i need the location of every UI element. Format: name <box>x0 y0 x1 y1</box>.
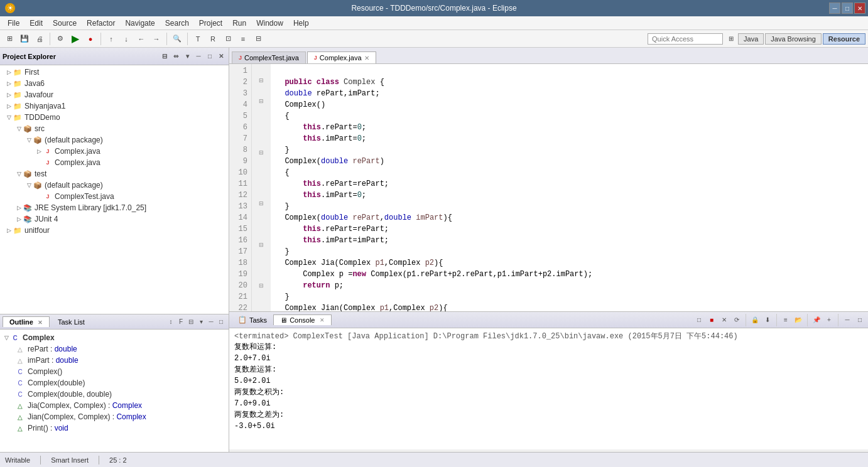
menu-run[interactable]: Run <box>227 18 251 29</box>
code-area[interactable]: public class Complex { double rePart,imP… <box>271 64 868 311</box>
tree-item-java6[interactable]: ▷ 📁 Java6 <box>0 78 229 89</box>
tree-item-first[interactable]: ▷ 📁 First <box>0 67 229 78</box>
console-scroll-end-button[interactable]: ⬇ <box>762 314 773 326</box>
tree-item-tdddemo[interactable]: ▽ 📁 TDDDemo <box>0 112 229 123</box>
console-sep-4 <box>838 314 838 326</box>
close-button[interactable]: ✕ <box>854 3 865 14</box>
forward-button[interactable]: → <box>149 32 163 46</box>
debug-config-button[interactable]: ⚙ <box>53 32 67 46</box>
menu-help[interactable]: Help <box>288 18 314 29</box>
close-tab-complex[interactable]: ✕ <box>364 55 369 62</box>
minimize-explorer-button[interactable]: ─ <box>193 51 203 62</box>
tree-item-default-pkg-src[interactable]: ▽ 📦 (default package) <box>0 134 229 146</box>
menu-window[interactable]: Window <box>251 18 288 29</box>
tool4[interactable]: ≡ <box>236 32 250 46</box>
minimize-button[interactable]: ─ <box>829 3 840 14</box>
tree-arrow-jre: ▷ <box>15 205 23 211</box>
resource-perspective-button[interactable]: Resource <box>823 33 865 45</box>
tree-item-default-pkg-test[interactable]: ▽ 📦 (default package) <box>0 180 229 191</box>
view-menu-button[interactable]: ▾ <box>182 51 192 62</box>
menu-source[interactable]: Source <box>48 18 82 29</box>
maximize-explorer-button[interactable]: □ <box>205 51 215 62</box>
tree-item-jre[interactable]: ▷ 📚 JRE System Library [jdk1.7.0_25] <box>0 202 229 213</box>
tool5[interactable]: ⊟ <box>251 32 265 46</box>
console-new-button[interactable]: + <box>823 314 835 326</box>
run-button[interactable]: ▶ <box>68 32 82 46</box>
tab-complex-java[interactable]: J Complex.java ✕ <box>307 51 376 63</box>
tree-item-complex-java-1[interactable]: ▷ J Complex.java <box>0 146 229 157</box>
open-resource-button[interactable]: R <box>206 32 220 46</box>
java-browsing-perspective-button[interactable]: Java Browsing <box>765 33 822 45</box>
outline-filter-button[interactable]: ⊟ <box>186 317 196 327</box>
menu-edit[interactable]: Edit <box>24 18 48 29</box>
maximize-outline-button[interactable]: □ <box>216 317 226 327</box>
outline-method-jian[interactable]: △ Jian(Complex, Complex) : Complex <box>0 411 229 422</box>
tree-item-shiyanjava1[interactable]: ▷ 📁 Shiyanjava1 <box>0 100 229 112</box>
tree-item-src[interactable]: ▽ 📦 src <box>0 123 229 134</box>
open-perspective-button[interactable]: ⊞ <box>725 33 737 45</box>
tree-item-unitfour[interactable]: ▷ 📁 unitfour <box>0 225 229 236</box>
tree-item-junit[interactable]: ▷ 📚 JUnit 4 <box>0 213 229 225</box>
close-explorer-button[interactable]: ✕ <box>216 51 226 62</box>
console-open-file-button[interactable]: 📂 <box>793 314 804 326</box>
print-button[interactable]: 🖨 <box>33 32 46 46</box>
last-edit-button[interactable]: ← <box>134 32 148 46</box>
outline-view-menu[interactable]: ▾ <box>196 317 206 327</box>
open-type-button[interactable]: T <box>191 32 205 46</box>
outline-sort-button[interactable]: ↕ <box>166 317 176 327</box>
save-button[interactable]: 💾 <box>18 32 31 46</box>
console-word-wrap-button[interactable]: ≡ <box>780 314 791 326</box>
tab-outline[interactable]: Outline ✕ <box>3 316 50 327</box>
outline-constructor-2[interactable]: C Complex(double) <box>0 377 229 389</box>
console-terminate-button[interactable]: ■ <box>706 314 717 326</box>
console-scroll-lock-button[interactable]: 🔒 <box>749 314 761 326</box>
console-rerun-button[interactable]: ⟳ <box>731 314 742 326</box>
menu-navigate[interactable]: Navigate <box>120 18 160 29</box>
tab-tasks[interactable]: 📋 Tasks <box>232 314 273 325</box>
menu-project[interactable]: Project <box>194 18 227 29</box>
minimize-console-button[interactable]: ─ <box>842 314 853 326</box>
tree-item-complextest-java[interactable]: J ComplexTest.java <box>0 191 229 202</box>
outline-class-complex[interactable]: ▽ C Complex <box>0 332 229 343</box>
outline-method-print[interactable]: △ Print() : void <box>0 422 229 434</box>
package-icon-default-src: 📦 <box>33 135 43 145</box>
outline-field-repart[interactable]: △ rePart : double <box>0 343 229 355</box>
outline-constructor-3[interactable]: C Complex(double, double) <box>0 389 229 400</box>
link-editor-button[interactable]: ⇔ <box>171 51 181 62</box>
menu-search[interactable]: Search <box>160 18 194 29</box>
tab-task-list[interactable]: Task List <box>51 316 92 327</box>
outline-fields-button[interactable]: F <box>176 317 186 327</box>
collapse-all-button[interactable]: ⊟ <box>160 51 170 62</box>
close-console-tab[interactable]: ✕ <box>320 317 325 323</box>
console-pin-button[interactable]: 📌 <box>811 314 822 326</box>
outline-constructor-1[interactable]: C Complex() <box>0 366 229 377</box>
tree-item-complex-java-2[interactable]: J Complex.java <box>0 157 229 168</box>
java-perspective-button[interactable]: Java <box>738 33 764 45</box>
title-bar: ☀ Resource - TDDDemo/src/Complex.java - … <box>0 0 868 16</box>
tree-arrow-src: ▽ <box>15 126 23 132</box>
search-button[interactable]: 🔍 <box>170 32 184 46</box>
menu-refactor[interactable]: Refactor <box>82 18 120 29</box>
console-clear-button[interactable]: □ <box>693 314 705 326</box>
window-controls[interactable]: ─ □ ✕ <box>829 3 865 14</box>
outline-method-jia[interactable]: △ Jia(Complex, Complex) : Complex <box>0 400 229 411</box>
menu-file[interactable]: File <box>3 18 24 29</box>
new-button[interactable]: ⊞ <box>3 32 16 46</box>
close-outline-tab[interactable]: ✕ <box>38 319 43 326</box>
tree-item-test[interactable]: ▽ 📦 test <box>0 168 229 180</box>
tree-item-javafour[interactable]: ▷ 📁 Javafour <box>0 89 229 100</box>
tree-arrow-first: ▷ <box>5 69 13 75</box>
code-editor: 12345 678910 1112131415 1617181920 21222… <box>229 64 868 311</box>
prev-annotation-button[interactable]: ↑ <box>104 32 118 46</box>
console-remove-button[interactable]: ✕ <box>719 314 730 326</box>
outline-field-impart[interactable]: △ imPart : double <box>0 355 229 366</box>
tab-console[interactable]: 🖥 Console ✕ <box>273 314 332 325</box>
next-annotation-button[interactable]: ↓ <box>119 32 133 46</box>
quick-access-input[interactable] <box>648 33 723 45</box>
maximize-button[interactable]: □ <box>842 3 853 14</box>
maximize-console-button[interactable]: □ <box>854 314 865 326</box>
tab-complextest-java[interactable]: J ComplexTest.java <box>232 51 306 63</box>
minimize-outline-button[interactable]: ─ <box>206 317 216 327</box>
tool3[interactable]: ⊡ <box>221 32 235 46</box>
run-config-button[interactable]: ● <box>84 32 97 46</box>
